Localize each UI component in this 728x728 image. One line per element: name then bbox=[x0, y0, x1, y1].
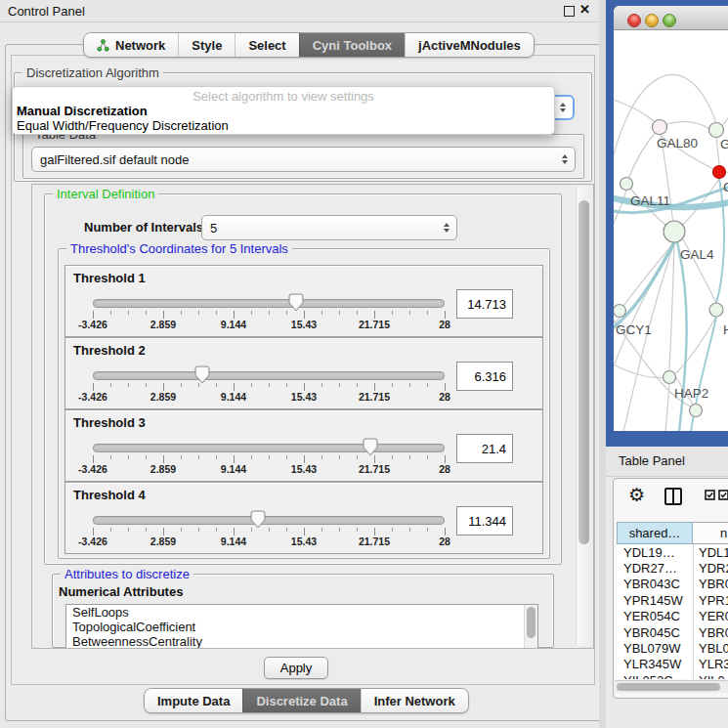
algorithm-dropdown-popup: Select algorithm to view settings Manual… bbox=[12, 86, 555, 135]
table-row[interactable]: YPR145WYPR1 bbox=[617, 592, 728, 608]
slider-track[interactable] bbox=[93, 444, 445, 452]
algorithm-prompt: Select algorithm to view settings bbox=[13, 89, 554, 104]
tick-mark bbox=[427, 383, 428, 387]
tab-infer-network[interactable]: Infer Network bbox=[361, 689, 468, 712]
network-node-gal80[interactable] bbox=[653, 120, 667, 135]
table-horizontal-scrollbar[interactable] bbox=[615, 680, 728, 693]
cell[interactable]: YIL0 bbox=[693, 673, 725, 679]
threshold-1-value-field[interactable] bbox=[456, 289, 513, 319]
checked-box-icon[interactable] bbox=[718, 490, 728, 500]
table-row[interactable]: YLR345WYLR3 bbox=[617, 657, 728, 672]
cell[interactable]: YBR0 bbox=[693, 625, 728, 640]
tab-cyni-toolbox[interactable]: Cyni Toolbox bbox=[299, 33, 405, 57]
cell[interactable]: YDL1 bbox=[693, 545, 728, 560]
threshold-1-slider[interactable]: -3.4262.8599.14415.4321.71528 bbox=[93, 299, 445, 330]
slider-ticks bbox=[93, 310, 445, 319]
table-body: YDL19…YDL1 YDR27…YDR2 YBR043CYBR0 YPR145… bbox=[617, 544, 728, 679]
settings-scrollbar-thumb[interactable] bbox=[578, 200, 589, 544]
tick-mark bbox=[234, 311, 235, 319]
network-node-gcy1[interactable] bbox=[614, 305, 626, 318]
list-item[interactable]: SelfLoops bbox=[66, 605, 537, 620]
slider-track[interactable] bbox=[93, 371, 445, 380]
table-row[interactable]: YBL079WYBL0 bbox=[617, 640, 728, 656]
slider-track[interactable] bbox=[93, 299, 445, 308]
minimize-traffic-light-icon[interactable] bbox=[645, 14, 659, 27]
table-horizontal-scrollbar-thumb[interactable] bbox=[617, 683, 720, 691]
cell[interactable]: YBR045C bbox=[617, 625, 693, 640]
tab-select[interactable]: Select bbox=[235, 33, 298, 57]
tick-mark bbox=[374, 311, 375, 319]
cell[interactable]: YPR1 bbox=[693, 593, 728, 608]
threshold-3-value-field[interactable] bbox=[456, 434, 513, 463]
slider-scale-labels: -3.4262.8599.14415.4321.71528 bbox=[93, 391, 445, 403]
tab-impute-data-label: Impute Data bbox=[157, 694, 230, 708]
cell[interactable]: YPR145W bbox=[617, 593, 693, 608]
cell[interactable]: YBL0 bbox=[693, 641, 728, 656]
table-row[interactable]: YIL052CYIL0 bbox=[617, 672, 728, 679]
network-canvas[interactable]: GAL80 G C GAL11 GAL4 GCY1 H HAP2 bbox=[614, 29, 728, 431]
threshold-4-slider[interactable]: -3.4262.8599.14415.4321.71528 bbox=[93, 516, 445, 547]
table-row[interactable]: YDL19…YDL1 bbox=[617, 544, 728, 560]
float-window-icon[interactable] bbox=[564, 6, 575, 17]
tab-network[interactable]: Network bbox=[84, 33, 178, 57]
table-data-combobox[interactable]: galFiltered.sif default node bbox=[31, 147, 576, 172]
tick-mark bbox=[181, 528, 182, 532]
cell[interactable]: YDR2 bbox=[693, 561, 728, 576]
tab-discretize-data[interactable]: Discretize Data bbox=[242, 689, 360, 712]
threshold-2-value-field[interactable] bbox=[456, 362, 513, 391]
panel-divider[interactable] bbox=[599, 0, 606, 728]
close-icon[interactable]: ✕ bbox=[579, 2, 590, 17]
gear-icon[interactable]: ⚙ bbox=[628, 484, 645, 505]
slider-track[interactable] bbox=[93, 516, 445, 525]
split-columns-icon[interactable] bbox=[664, 488, 682, 505]
tab-style[interactable]: Style bbox=[178, 33, 235, 57]
table-row[interactable]: YBR043CYBR0 bbox=[617, 577, 728, 592]
close-traffic-light-icon[interactable] bbox=[627, 14, 641, 27]
table-row[interactable]: YBR045CYBR0 bbox=[617, 624, 728, 640]
column-header-name[interactable]: n bbox=[693, 522, 728, 544]
tick-mark bbox=[181, 455, 182, 459]
table-row[interactable]: YER054CYER0 bbox=[617, 609, 728, 624]
network-node-gal4[interactable] bbox=[664, 221, 685, 242]
column-header-shared-name[interactable]: shared… bbox=[617, 522, 693, 544]
list-scrollbar[interactable] bbox=[524, 605, 537, 648]
number-of-intervals-combobox[interactable]: 5 bbox=[201, 215, 457, 240]
option-equal-width-frequency[interactable]: Equal Width/Frequency Discretization bbox=[17, 118, 229, 133]
cell[interactable]: YBR043C bbox=[617, 577, 693, 591]
tick-mark bbox=[234, 383, 235, 391]
cell[interactable]: YLR3 bbox=[693, 657, 728, 671]
network-node-red[interactable] bbox=[713, 166, 726, 179]
option-manual-discretization[interactable]: Manual Discretization bbox=[17, 104, 148, 118]
network-node-partial-bottom[interactable] bbox=[690, 405, 703, 417]
list-item[interactable]: TopologicalCoefficient bbox=[66, 620, 537, 634]
network-node-gal11[interactable] bbox=[621, 178, 633, 191]
cell[interactable]: YBL079W bbox=[617, 641, 693, 656]
threshold-3-slider[interactable]: -3.4262.8599.14415.4321.71528 bbox=[93, 444, 445, 475]
list-scrollbar-thumb[interactable] bbox=[527, 607, 535, 638]
tick-mark bbox=[181, 383, 182, 387]
tick-mark bbox=[445, 311, 446, 319]
threshold-4-value-field[interactable] bbox=[456, 506, 513, 535]
network-window-titlebar[interactable] bbox=[614, 6, 728, 30]
cell[interactable]: YLR345W bbox=[617, 657, 693, 671]
cell[interactable]: YDL19… bbox=[617, 545, 693, 560]
zoom-traffic-light-icon[interactable] bbox=[663, 14, 676, 27]
scale-tick-label: 21.715 bbox=[359, 535, 390, 547]
tab-impute-data[interactable]: Impute Data bbox=[145, 689, 242, 712]
settings-scrollbar[interactable] bbox=[576, 187, 591, 646]
cell[interactable]: YDR27… bbox=[617, 561, 693, 576]
threshold-2-slider[interactable]: -3.4262.8599.14415.4321.71528 bbox=[93, 371, 445, 403]
table-row[interactable]: YDR27…YDR2 bbox=[617, 560, 728, 576]
network-node-hap2[interactable] bbox=[664, 371, 676, 384]
cell[interactable]: YER0 bbox=[693, 609, 728, 623]
checked-box-icon[interactable] bbox=[705, 490, 715, 500]
cell[interactable]: YER054C bbox=[617, 609, 693, 623]
network-node-partial-g[interactable] bbox=[709, 123, 724, 138]
apply-button[interactable]: Apply bbox=[264, 657, 328, 679]
list-item[interactable]: BetweennessCentrality bbox=[66, 634, 537, 649]
tab-jactivemnodules[interactable]: jActiveMNodules bbox=[405, 33, 534, 57]
network-node-partial-h[interactable] bbox=[709, 303, 723, 317]
cell[interactable]: YBR0 bbox=[693, 577, 728, 591]
tick-mark bbox=[339, 383, 340, 387]
cell[interactable]: YIL052C bbox=[617, 673, 693, 679]
